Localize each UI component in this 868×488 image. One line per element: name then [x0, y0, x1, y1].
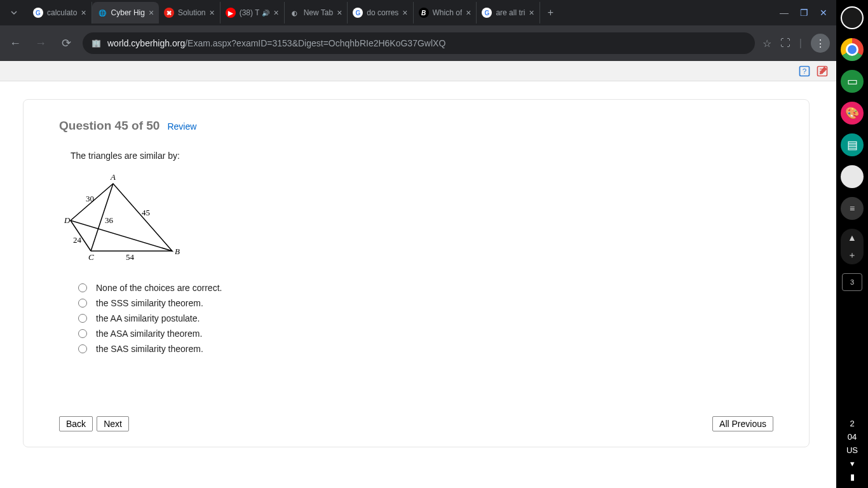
tab-close-icon[interactable]: × [81, 8, 86, 18]
launcher-button[interactable] [841, 6, 864, 29]
side-DC: 24 [73, 235, 82, 245]
address-bar[interactable]: 🏢 world.cyberhigh.org/Exam.aspx?examID=3… [83, 32, 755, 54]
page-content: Question 45 of 50 Review The triangles a… [0, 81, 836, 488]
choice-label[interactable]: the SAS similarity theorem. [96, 344, 203, 354]
browser-tab[interactable]: G calculato × [28, 2, 92, 24]
close-window-button[interactable]: ✕ [820, 8, 827, 18]
tab-close-icon[interactable]: × [529, 8, 534, 18]
choice-radio[interactable] [78, 329, 87, 338]
choice-row[interactable]: the ASA similarity theorem. [78, 329, 773, 339]
choice-label[interactable]: the ASA similarity theorem. [96, 329, 202, 339]
reload-button[interactable]: ⟳ [57, 36, 75, 50]
choice-row[interactable]: the SAS similarity theorem. [78, 344, 773, 354]
favicon-youtube: ▶ [226, 8, 236, 18]
pinned-app-icon[interactable] [841, 165, 864, 188]
audio-icon[interactable]: 🔊 [262, 10, 269, 17]
tab-title: do corres [367, 8, 398, 17]
tab-close-icon[interactable]: × [337, 8, 342, 18]
favicon-solution: ✖ [164, 8, 174, 18]
tab-title: calculato [47, 8, 77, 17]
browser-tab[interactable]: ◐ New Tab × [285, 2, 348, 24]
locale-indicator: US [846, 445, 858, 455]
chrome-app-icon[interactable] [841, 38, 864, 61]
tab-close-icon[interactable]: × [209, 8, 214, 18]
chrome-menu-button[interactable]: ⋮ [811, 34, 830, 53]
virtual-desk-button[interactable]: 3 [842, 273, 862, 291]
slides-app-icon[interactable]: ▤ [841, 133, 864, 156]
choice-row[interactable]: the SSS similarity theorem. [78, 298, 773, 308]
back-question-button[interactable]: Back [59, 416, 93, 431]
wifi-icon: ▾ [850, 459, 855, 468]
favicon-google: G [33, 8, 43, 18]
choice-row[interactable]: None of the choices are correct. [78, 283, 773, 293]
url-path: /Exam.aspx?examID=3153&Digest=OchqhbRIe2… [185, 38, 445, 48]
browser-tab[interactable]: G are all tri × [477, 2, 539, 24]
vertex-C: C [88, 252, 94, 262]
os-shelf: ▭ 🎨 ▤ ≡ ▲ ＋ 3 2 04 US ▾ ▮ [836, 0, 868, 488]
favicon-brainly: B [419, 8, 429, 18]
favicon-google: G [353, 8, 363, 18]
browser-tab[interactable]: G do corres × [348, 2, 413, 24]
queue-icon[interactable]: ≡ [841, 197, 864, 220]
status-tray[interactable]: 2 04 US ▾ ▮ [846, 419, 858, 488]
back-button[interactable]: ← [6, 37, 24, 50]
notes-icon[interactable] [816, 65, 829, 78]
answer-choices: None of the choices are correct. the SSS… [78, 283, 773, 354]
choice-radio[interactable] [78, 299, 87, 308]
clock-hour: 2 [850, 419, 854, 428]
side-AC: 36 [105, 215, 114, 225]
choice-radio[interactable] [78, 283, 87, 292]
side-AB: 45 [142, 208, 150, 217]
tab-title: Solution [178, 8, 205, 17]
up-icon[interactable]: ▲ [848, 233, 857, 243]
tab-title: Which of [433, 8, 463, 17]
vertex-D: D [64, 215, 71, 225]
classroom-app-icon[interactable]: ▭ [841, 70, 864, 93]
choice-label[interactable]: the AA similarity postulate. [96, 313, 200, 323]
choice-label[interactable]: the SSS similarity theorem. [96, 298, 203, 308]
bookmark-icon[interactable]: ☆ [763, 37, 771, 50]
help-icon[interactable]: ? [798, 65, 811, 78]
shelf-toggle-group[interactable]: ▲ ＋ [841, 229, 864, 264]
paint-app-icon[interactable]: 🎨 [841, 102, 864, 125]
favicon-google: G [482, 8, 492, 18]
browser-toolbar: ← → ⟳ 🏢 world.cyberhigh.org/Exam.aspx?ex… [0, 25, 836, 61]
question-number: Question 45 of 50 [59, 119, 159, 133]
forward-button: → [32, 37, 50, 50]
extensions-icon[interactable]: ⛶ [780, 37, 790, 49]
tab-title: (38) T [240, 8, 260, 17]
tab-close-icon[interactable]: × [149, 8, 154, 18]
choice-row[interactable]: the AA similarity postulate. [78, 313, 773, 323]
tab-search-button[interactable] [5, 4, 23, 22]
tab-title: Cyber Hig [111, 8, 145, 17]
browser-tab[interactable]: ▶ (38) T 🔊 × [220, 2, 285, 24]
new-tab-button[interactable]: + [540, 7, 561, 18]
page-top-banner: ? [0, 61, 836, 81]
window-controls: — ❐ ✕ [780, 8, 836, 18]
browser-tab[interactable]: B Which of × [414, 2, 477, 24]
svg-text:?: ? [803, 67, 807, 75]
choice-radio[interactable] [78, 314, 87, 323]
restore-button[interactable]: ❐ [800, 8, 808, 18]
site-info-icon[interactable]: 🏢 [92, 39, 101, 48]
tab-close-icon[interactable]: × [273, 8, 278, 18]
tab-strip: G calculato × 🌐 Cyber Hig × ✖ Solution ×… [0, 0, 836, 25]
tab-title: are all tri [496, 8, 525, 17]
choice-radio[interactable] [78, 344, 87, 353]
browser-tab[interactable]: ✖ Solution × [159, 2, 220, 24]
choice-label[interactable]: None of the choices are correct. [96, 283, 222, 293]
next-question-button[interactable]: Next [97, 416, 129, 431]
side-DA: 30 [86, 194, 94, 203]
clock-minute: 04 [848, 432, 857, 442]
tab-close-icon[interactable]: × [402, 8, 407, 18]
vertex-B: B [175, 247, 180, 256]
minimize-button[interactable]: — [780, 8, 789, 18]
browser-tab-active[interactable]: 🌐 Cyber Hig × [92, 2, 159, 24]
favicon-newtab: ◐ [290, 8, 300, 18]
review-link[interactable]: Review [167, 121, 196, 132]
tab-close-icon[interactable]: × [466, 8, 471, 18]
side-CB: 54 [126, 252, 135, 262]
triangle-figure: A B C D 30 45 24 54 36 [59, 170, 186, 271]
add-icon[interactable]: ＋ [848, 250, 857, 261]
all-previous-button[interactable]: All Previous [712, 416, 773, 431]
